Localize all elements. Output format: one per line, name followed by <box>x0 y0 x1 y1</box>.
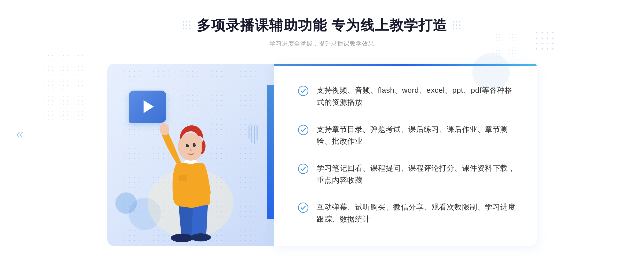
feature-text-3: 学习笔记回看、课程提问、课程评论打分、课件资料下载，重点内容收藏 <box>317 162 518 187</box>
stripe-3 <box>254 125 255 144</box>
page-title: 多项录播课辅助功能 专为线上教学打造 <box>197 16 447 35</box>
check-icon-3 <box>298 163 309 174</box>
svg-rect-13 <box>179 175 187 181</box>
dots-left-decoration <box>43 54 86 123</box>
feature-text-4: 互动弹幕、试听购买、微信分享、观看次数限制、学习进度跟踪、数据统计 <box>317 201 518 225</box>
main-content: 支持视频、音频、flash、word、excel、ppt、pdf等各种格式的资源… <box>107 64 537 246</box>
person-figure <box>140 96 241 246</box>
header-section: 多项录播课辅助功能 专为线上教学打造 学习进度全掌握，提升录播课教学效果 <box>183 16 461 48</box>
stripe-1 <box>248 125 250 139</box>
svg-point-12 <box>195 144 196 145</box>
title-row: 多项录播课辅助功能 专为线上教学打造 <box>183 16 461 35</box>
blue-circle-decoration <box>472 53 510 91</box>
svg-point-3 <box>171 234 193 242</box>
svg-point-14 <box>298 86 308 96</box>
stripe-2 <box>251 125 252 143</box>
feature-item-4: 互动弹幕、试听购买、微信分享、观看次数限制、学习进度跟踪、数据统计 <box>298 196 518 231</box>
title-decoration-left <box>183 21 191 30</box>
feature-item-3: 学习笔记回看、课程提问、课程评论打分、课件资料下载，重点内容收藏 <box>298 157 518 192</box>
title-decoration-right <box>453 21 461 30</box>
page-container: « 多项录播课辅助功能 专为线上教学打造 学习进度全掌握，提升录播课教学效果 <box>0 0 644 261</box>
svg-point-9 <box>186 144 189 147</box>
check-icon-1 <box>298 85 309 96</box>
illustration-area <box>107 64 274 246</box>
svg-point-10 <box>193 143 196 147</box>
check-icon-2 <box>298 125 309 135</box>
svg-point-4 <box>191 233 211 241</box>
stripes-decoration <box>248 125 258 144</box>
check-icon-4 <box>298 202 309 213</box>
feature-item-2: 支持章节目录、弹题考试、课后练习、课后作业、章节测验、批改作业 <box>298 118 518 153</box>
right-dots-decoration <box>536 32 555 51</box>
page-subtitle: 学习进度全掌握，提升录播课教学效果 <box>183 40 461 48</box>
feature-text-2: 支持章节目录、弹题考试、课后练习、课后作业、章节测验、批改作业 <box>317 124 518 148</box>
svg-point-17 <box>298 203 308 212</box>
blue-accent-bar <box>267 85 274 219</box>
svg-point-15 <box>298 125 308 135</box>
stripe-4 <box>257 125 258 140</box>
svg-point-11 <box>188 144 189 145</box>
left-chevron-decoration: « <box>16 126 21 141</box>
features-panel: 支持视频、音频、flash、word、excel、ppt、pdf等各种格式的资源… <box>274 64 537 246</box>
svg-point-16 <box>298 164 308 174</box>
